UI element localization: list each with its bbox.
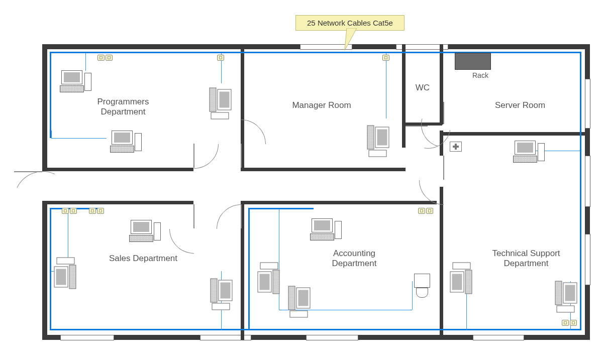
wall-v-mgr-wc	[402, 44, 406, 148]
wall-top-right	[447, 44, 590, 49]
workstation-icon	[126, 220, 161, 248]
cable-trunk-acc-top	[248, 208, 314, 209]
door-arc	[207, 194, 276, 264]
window-bot-3	[306, 335, 358, 340]
label-manager: Manager Room	[281, 100, 362, 110]
wall-bot-d	[357, 335, 473, 340]
window-bot-4	[473, 335, 524, 340]
label-server: Server Room	[485, 100, 555, 110]
window-right-1	[585, 79, 590, 129]
wall-top-left	[42, 44, 300, 49]
workstation-icon	[54, 258, 82, 293]
window-bot-1	[60, 335, 114, 340]
cable-drop-prog-1	[85, 53, 86, 71]
jack-sales-d	[97, 208, 104, 214]
workstation-icon	[283, 283, 311, 318]
jack-ts-b	[570, 320, 577, 326]
wall-corr-up-b	[241, 168, 406, 171]
jack-ts-a	[562, 320, 569, 326]
cable-trunk-prog-left	[50, 52, 51, 138]
workstation-icon	[205, 275, 233, 310]
workstation-icon	[204, 84, 232, 119]
label-sales: Sales Department	[93, 254, 193, 264]
wall-left-upper	[42, 44, 47, 171]
cable-trunk-bottom	[50, 329, 581, 330]
wall-bot-b	[113, 335, 200, 340]
label-programmers: Programmers Department	[75, 97, 171, 117]
workstation-icon	[550, 278, 577, 313]
floorplan-canvas: Rack Programmers Department Manager Room…	[0, 0, 605, 364]
wall-right-d	[585, 284, 590, 340]
door-arc	[409, 146, 479, 215]
window-right-3	[585, 234, 590, 285]
wall-bot-e	[523, 335, 590, 340]
wall-v-acc-ts	[440, 201, 443, 340]
callout-text: 25 Network Cables Cat5e	[307, 19, 393, 27]
jack-prog-b	[106, 55, 113, 61]
printer-icon	[413, 274, 431, 298]
cable-trunk-right	[580, 52, 581, 330]
jack-acc-b	[426, 208, 433, 214]
workstation-icon	[307, 218, 342, 246]
label-techsupport: Technical Support Department	[478, 249, 574, 269]
cable-drop-mgr	[386, 53, 386, 118]
cable-drop-acc-2	[412, 281, 413, 310]
workstation-icon	[258, 263, 285, 298]
workstation-icon	[56, 70, 91, 98]
cable-drop-prog-3h	[51, 138, 107, 139]
server-rack-icon	[455, 53, 491, 70]
window-right-2	[585, 156, 590, 207]
workstation-icon	[450, 263, 478, 298]
jack-sales-b	[70, 208, 77, 214]
jack-mgr	[382, 55, 389, 61]
jack-sales-c	[89, 208, 96, 214]
jack-prog-c	[217, 55, 224, 61]
callout-tail-icon	[342, 28, 362, 52]
rack-label: Rack	[472, 71, 488, 79]
cable-drop-prog-3v	[51, 131, 52, 138]
cable-trunk-top	[50, 52, 581, 53]
wall-bot-c	[250, 335, 306, 340]
wall-corr-up-a	[42, 168, 193, 171]
door-arc	[6, 163, 79, 236]
jack-prog-a	[97, 55, 105, 61]
workstation-icon	[107, 131, 142, 158]
workstation-icon	[510, 141, 545, 168]
svg-marker-0	[345, 28, 357, 50]
label-wc: WC	[413, 83, 433, 93]
cable-drop-sales-1	[68, 209, 68, 260]
wall-right-a	[585, 44, 590, 79]
jack-acc-a	[418, 208, 425, 214]
wall-right-c	[585, 206, 590, 234]
workstation-icon	[362, 122, 389, 157]
wall-corr-lo-b	[241, 201, 437, 204]
label-accounting: Accounting Department	[312, 249, 397, 269]
